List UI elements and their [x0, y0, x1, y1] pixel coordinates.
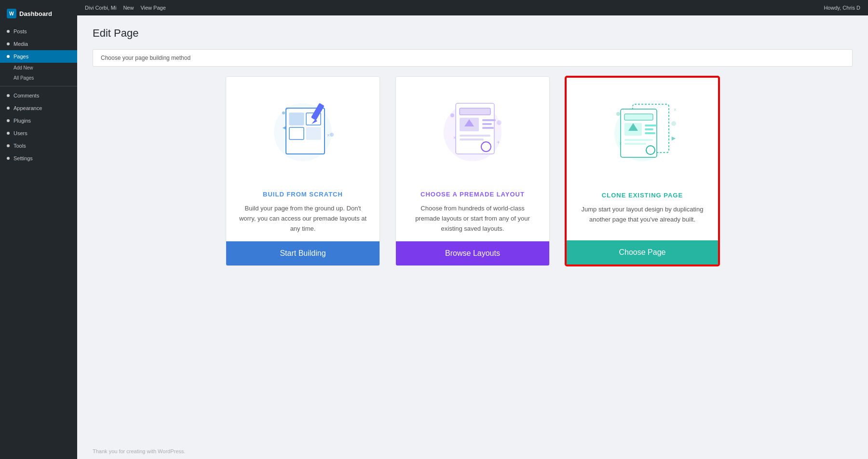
svg-text:×: × [674, 107, 677, 112]
svg-rect-15 [460, 108, 490, 115]
top-bar-right: Howdy, Chris D [824, 5, 860, 11]
page-title: Edit Page [93, 27, 853, 40]
start-building-button[interactable]: Start Building [226, 241, 380, 265]
users-label: Users [14, 130, 27, 136]
layout-title: CHOOSE A PREMADE LAYOUT [407, 191, 538, 198]
pages-icon [7, 55, 10, 58]
card-layout: + × CHOOSE A PREMADE LAYOUT Choose from … [395, 76, 550, 266]
page-content: Edit Page Choose your page building meth… [77, 15, 868, 444]
svg-text:+: + [497, 139, 500, 146]
sidebar-item-add-new[interactable]: Add New [0, 63, 77, 73]
tools-label: Tools [14, 143, 26, 149]
svg-text:◄: ◄ [281, 124, 288, 131]
svg-point-8 [282, 111, 285, 114]
sidebar-item-plugins[interactable]: Plugins [0, 114, 77, 127]
media-icon [7, 42, 10, 45]
sidebar-item-tools[interactable]: Tools [0, 139, 77, 152]
top-bar: Divi Corbi, Mi New View Page Howdy, Chri… [77, 0, 868, 15]
svg-rect-36 [645, 132, 655, 134]
page-subtitle-bar: Choose your page building method [93, 49, 853, 67]
scratch-illustration: ◄ × × [226, 77, 380, 183]
plugins-icon [7, 119, 10, 122]
users-icon [7, 132, 10, 135]
svg-point-41 [671, 121, 676, 126]
sidebar-item-posts[interactable]: Posts [0, 25, 77, 38]
svg-rect-31 [624, 114, 653, 120]
comments-icon [7, 94, 10, 97]
svg-rect-2 [289, 113, 304, 125]
svg-rect-37 [624, 139, 653, 141]
card-clone: ► × × CLONE EXISTING PAGE Jump start you… [565, 76, 719, 266]
svg-rect-18 [482, 119, 496, 121]
comments-label: Comments [14, 93, 39, 98]
sidebar-item-label: Pages [14, 54, 28, 59]
sidebar: W Dashboard Posts Media Pages Add New Al… [0, 0, 77, 459]
svg-text:×: × [327, 133, 330, 138]
subtitle-text: Choose your page building method [101, 55, 190, 61]
sidebar-item-users[interactable]: Users [0, 127, 77, 139]
footer-text: Thank you for creating with WordPress. [93, 448, 185, 454]
posts-icon [7, 30, 10, 33]
svg-rect-5 [306, 127, 321, 139]
svg-rect-20 [482, 127, 494, 129]
topbar-view-page[interactable]: View Page [140, 5, 165, 11]
svg-point-40 [616, 112, 620, 116]
sidebar-logo-label: Dashboard [19, 10, 52, 17]
sidebar-item-comments[interactable]: Comments [0, 89, 77, 102]
main-area: Divi Corbi, Mi New View Page Howdy, Chri… [77, 0, 868, 459]
wp-icon: W [7, 9, 16, 18]
svg-rect-34 [645, 125, 657, 126]
page-footer: Thank you for creating with WordPress. [77, 444, 868, 459]
appearance-icon [7, 107, 10, 110]
svg-rect-38 [624, 143, 646, 145]
choose-page-button[interactable]: Choose Page [567, 240, 718, 264]
top-bar-left: Divi Corbi, Mi New View Page [85, 5, 166, 11]
svg-point-24 [450, 113, 454, 117]
layout-desc: Choose from hundreds of world-class prem… [407, 204, 538, 234]
scratch-desc: Build your page from the ground up. Don'… [238, 204, 368, 234]
clone-title: CLONE EXISTING PAGE [578, 192, 706, 199]
sidebar-item-label: Media [14, 41, 28, 47]
svg-text:×: × [286, 106, 289, 111]
all-pages-label: All Pages [14, 75, 34, 81]
sidebar-logo[interactable]: W Dashboard [0, 4, 77, 23]
clone-illustration: ► × × [567, 78, 718, 184]
scratch-title: BUILD FROM SCRATCH [238, 191, 368, 198]
svg-rect-35 [645, 128, 653, 130]
clone-desc: Jump start your layout design by duplica… [578, 205, 706, 225]
topbar-user: Howdy, Chris D [824, 5, 860, 11]
svg-point-25 [497, 120, 502, 125]
svg-point-9 [330, 133, 334, 137]
cards-container: ◄ × × BUILD FROM SCRATCH Build your page… [207, 76, 738, 266]
card-scratch: ◄ × × BUILD FROM SCRATCH Build your page… [226, 76, 380, 266]
layout-body: CHOOSE A PREMADE LAYOUT Choose from hund… [396, 183, 549, 241]
tools-icon [7, 144, 10, 147]
settings-label: Settings [14, 155, 33, 161]
sidebar-item-all-pages[interactable]: All Pages [0, 73, 77, 83]
svg-rect-22 [460, 139, 484, 140]
svg-rect-21 [460, 135, 490, 137]
topbar-site-name[interactable]: Divi Corbi, Mi [85, 5, 116, 11]
sidebar-item-label: Posts [14, 28, 27, 34]
sidebar-item-settings[interactable]: Settings [0, 152, 77, 165]
svg-text:×: × [619, 141, 622, 146]
appearance-label: Appearance [14, 105, 42, 111]
clone-body: CLONE EXISTING PAGE Jump start your layo… [567, 184, 718, 240]
browse-layouts-button[interactable]: Browse Layouts [396, 241, 549, 265]
sidebar-item-pages[interactable]: Pages [0, 50, 77, 63]
svg-text:►: ► [670, 134, 677, 142]
add-new-label: Add New [14, 65, 33, 70]
topbar-new[interactable]: New [123, 5, 134, 11]
plugins-label: Plugins [14, 118, 31, 124]
sidebar-item-appearance[interactable]: Appearance [0, 102, 77, 114]
layout-illustration: + × [396, 77, 549, 183]
svg-rect-19 [482, 123, 492, 125]
settings-icon [7, 157, 10, 160]
svg-text:×: × [453, 135, 456, 140]
scratch-body: BUILD FROM SCRATCH Build your page from … [226, 183, 380, 241]
sidebar-item-media[interactable]: Media [0, 38, 77, 50]
